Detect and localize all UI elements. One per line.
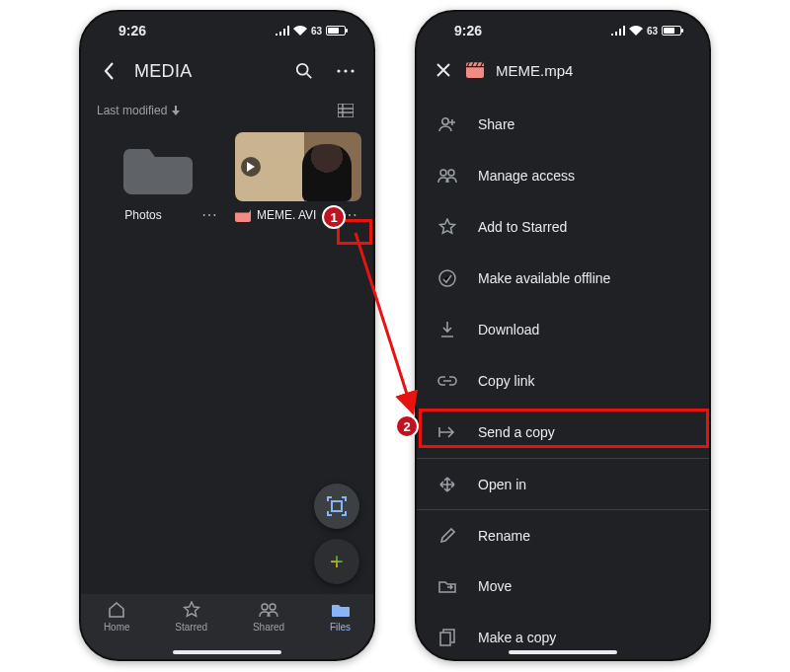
menu-send-copy[interactable]: Send a copy (417, 407, 709, 458)
menu-offline-label: Make available offline (478, 270, 610, 286)
phone-left: 9:26 63 MEDIA Last modified (79, 10, 375, 661)
status-icons-right: 63 (611, 26, 681, 37)
video-name: MEME. AVI (257, 208, 332, 222)
video-thumbnail (235, 132, 361, 201)
svg-rect-4 (338, 104, 354, 117)
menu-copy-link[interactable]: Copy link (417, 355, 709, 407)
menu-list: Share Manage access Add to Starred Make … (417, 99, 709, 659)
svg-rect-14 (440, 633, 450, 645)
menu-star[interactable]: Add to Starred (417, 201, 709, 253)
cellular-icon (276, 26, 289, 36)
menu-move[interactable]: Move (417, 560, 709, 612)
battery-icon (326, 26, 346, 36)
chevron-left-icon (102, 61, 116, 81)
menu-copy-link-label: Copy link (478, 373, 535, 389)
phone-right: 9:26 63 MEME.mp4 Share Manage access Add… (415, 10, 711, 661)
pencil-icon (439, 528, 455, 544)
search-button[interactable] (288, 55, 320, 87)
people-icon (437, 168, 457, 184)
svg-point-7 (262, 604, 268, 610)
menu-rename[interactable]: Rename (417, 509, 709, 560)
svg-point-1 (337, 69, 340, 72)
wifi-icon (293, 26, 307, 36)
close-button[interactable] (433, 59, 454, 81)
folder-card[interactable]: Photos ⋯ (95, 132, 221, 223)
menu-move-label: Move (478, 578, 512, 594)
nav-files[interactable]: Files (330, 600, 351, 659)
download-icon (439, 321, 455, 338)
folder-filled-icon (332, 603, 350, 617)
header: MEDIA (81, 49, 373, 93)
video-subject (302, 144, 352, 201)
status-bar-right: 9:26 63 (417, 12, 709, 49)
svg-point-8 (270, 604, 276, 610)
menu-share[interactable]: Share (417, 99, 709, 150)
link-icon (437, 376, 457, 386)
menu-send-copy-label: Send a copy (478, 424, 555, 440)
cellular-icon (611, 26, 625, 36)
offline-icon (438, 269, 456, 287)
status-icons: 63 (276, 26, 346, 37)
nav-files-label: Files (330, 622, 351, 633)
copy-icon (439, 629, 455, 646)
folder-thumbnail (95, 132, 221, 201)
battery-icon (662, 26, 681, 36)
add-fab[interactable]: + (314, 539, 359, 584)
sort-button[interactable]: Last modified (97, 104, 181, 117)
nav-home[interactable]: Home (104, 600, 130, 659)
folder-more-button[interactable]: ⋯ (198, 207, 221, 223)
scan-fab[interactable] (314, 484, 359, 529)
menu-share-label: Share (478, 116, 514, 132)
menu-manage-access[interactable]: Manage access (417, 150, 709, 201)
svg-point-12 (448, 170, 454, 176)
page-title: MEDIA (134, 61, 278, 82)
menu-open-in[interactable]: Open in (417, 458, 709, 509)
sort-row: Last modified (81, 93, 373, 132)
person-add-icon (437, 116, 457, 132)
clapperboard-icon (466, 62, 484, 78)
status-bar: 9:26 63 (81, 12, 373, 49)
open-in-icon (438, 476, 456, 493)
close-icon (436, 63, 450, 77)
list-view-icon (338, 104, 354, 117)
folder-icon (123, 139, 193, 194)
back-button[interactable] (93, 55, 124, 87)
svg-point-0 (297, 64, 308, 75)
sort-label-text: Last modified (97, 104, 167, 117)
svg-point-3 (351, 69, 354, 72)
overflow-menu-button[interactable] (330, 55, 361, 87)
sheet-filename: MEME.mp4 (496, 62, 573, 79)
wifi-icon (629, 26, 643, 36)
play-icon (247, 162, 255, 172)
status-time: 9:26 (118, 23, 146, 38)
more-horizontal-icon (337, 69, 355, 73)
annotation-badge-2: 2 (395, 414, 419, 438)
menu-download-label: Download (478, 322, 539, 337)
svg-point-2 (344, 69, 347, 72)
search-icon (295, 62, 313, 80)
star-outline-icon (438, 218, 456, 236)
menu-open-in-label: Open in (478, 477, 526, 492)
home-indicator (173, 650, 281, 654)
plus-icon: + (330, 548, 344, 575)
arrow-down-icon (171, 106, 181, 115)
battery-percent-right: 63 (647, 26, 658, 37)
play-badge (241, 157, 261, 177)
send-icon (438, 425, 456, 439)
svg-point-11 (440, 170, 446, 176)
nav-starred-label: Starred (175, 622, 207, 633)
menu-offline[interactable]: Make available offline (417, 253, 709, 304)
svg-point-10 (442, 118, 448, 124)
menu-star-label: Add to Starred (478, 219, 567, 235)
svg-rect-6 (332, 501, 342, 511)
annotation-badge-1: 1 (322, 205, 346, 229)
scan-icon (326, 495, 348, 517)
battery-percent: 63 (311, 26, 322, 37)
menu-download[interactable]: Download (417, 304, 709, 355)
folder-caption-row: Photos ⋯ (95, 207, 221, 223)
menu-rename-label: Rename (478, 528, 530, 544)
home-icon (108, 601, 125, 619)
clapperboard-icon (235, 208, 251, 222)
sheet-header: MEME.mp4 (417, 49, 709, 97)
view-toggle-button[interactable] (334, 99, 357, 122)
